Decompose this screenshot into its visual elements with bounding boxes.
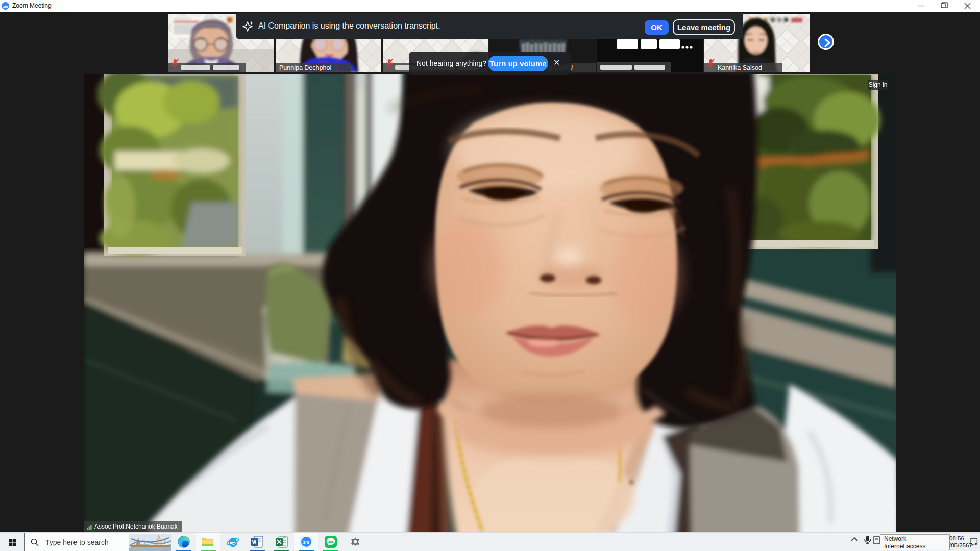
svg-text:Punnipa Dechphol: Punnipa Dechphol [279, 64, 331, 71]
svg-text:Kannika Saisod: Kannika Saisod [718, 64, 762, 71]
svg-text:LINE: LINE [327, 540, 334, 543]
svg-text:zm: zm [303, 540, 309, 545]
svg-text:zm: zm [3, 5, 8, 8]
